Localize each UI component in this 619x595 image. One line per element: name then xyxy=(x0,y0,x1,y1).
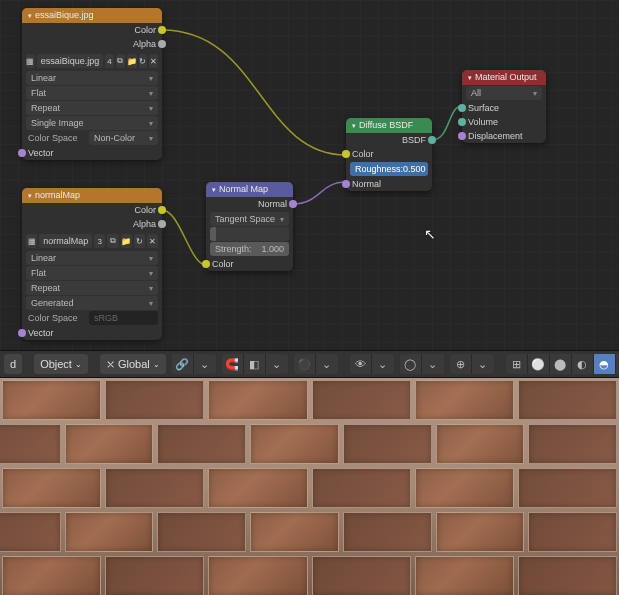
collapse-icon[interactable]: ▾ xyxy=(468,70,472,85)
image-datablock-row: ▦ essaiBique.jpg 4 ⧉ 📁 ↻ ✕ xyxy=(26,53,158,69)
node-header[interactable]: ▾Material Output xyxy=(462,70,546,85)
output-alpha: Alpha xyxy=(22,217,162,231)
target-dropdown[interactable]: All▾ xyxy=(466,86,542,100)
snap-toggle-icon[interactable]: 🧲 xyxy=(222,354,244,374)
overlay-icon[interactable]: ⊕ xyxy=(450,354,472,374)
strength-slider[interactable]: Strength:1.000 xyxy=(210,242,289,256)
fake-user-icon[interactable]: ⧉ xyxy=(107,234,118,248)
overlay-chevron-icon[interactable]: ⌄ xyxy=(472,354,494,374)
image-icon[interactable]: ▦ xyxy=(26,234,37,248)
socket-color-in[interactable] xyxy=(342,150,350,158)
socket-bsdf-out[interactable] xyxy=(428,136,436,144)
socket-displacement-in[interactable] xyxy=(458,132,466,140)
prop-edit-group: ⚫ ⌄ xyxy=(294,354,338,374)
snap-chevron-icon[interactable]: ⌄ xyxy=(266,354,288,374)
pivot-icon[interactable]: 🔗 xyxy=(172,354,194,374)
visibility-group: 👁 ⌄ xyxy=(350,354,394,374)
node-image-texture-1[interactable]: ▾essaiBique.jpg Color Alpha ▦ essaiBique… xyxy=(22,8,162,160)
color-space-label: Color Space xyxy=(26,131,87,145)
node-header[interactable]: ▾Normal Map xyxy=(206,182,293,197)
output-color: Color xyxy=(22,23,162,37)
wireframe-shading-icon[interactable]: ⚪ xyxy=(528,354,550,374)
collapse-icon[interactable]: ▾ xyxy=(212,182,216,197)
color-space-label: Color Space xyxy=(26,311,87,325)
node-image-texture-2[interactable]: ▾normalMap Color Alpha ▦ normalMap 3 ⧉ 📁… xyxy=(22,188,162,340)
matprev-shading-icon[interactable]: ◐ xyxy=(572,354,594,374)
rendered-shading-icon[interactable]: ◓ xyxy=(594,354,616,374)
socket-normal-out[interactable] xyxy=(289,200,297,208)
gizmo-chevron-icon[interactable]: ⌄ xyxy=(422,354,444,374)
source-dropdown[interactable]: Single Image▾ xyxy=(26,116,158,130)
collapse-icon[interactable]: ▾ xyxy=(352,118,356,133)
node-header[interactable]: ▾normalMap xyxy=(22,188,162,203)
input-vector: Vector xyxy=(22,326,162,340)
node-editor-grid[interactable]: ▾essaiBique.jpg Color Alpha ▦ essaiBique… xyxy=(0,0,619,350)
open-image-icon[interactable]: 📁 xyxy=(121,234,132,248)
projection-dropdown[interactable]: Flat▾ xyxy=(26,86,158,100)
reload-icon[interactable]: ↻ xyxy=(139,54,148,68)
color-space-dropdown: sRGB xyxy=(89,311,158,325)
prop-edit-icon[interactable]: ⚫ xyxy=(294,354,316,374)
socket-surface-in[interactable] xyxy=(458,104,466,112)
pivot-chevron-icon[interactable]: ⌄ xyxy=(194,354,216,374)
socket-vector-in[interactable] xyxy=(18,149,26,157)
node-title: Material Output xyxy=(475,70,537,85)
node-normal-map[interactable]: ▾Normal Map Normal Tangent Space▾ Streng… xyxy=(206,182,293,271)
node-title: normalMap xyxy=(35,188,80,203)
socket-color-in[interactable] xyxy=(202,260,210,268)
viewport-3d[interactable] xyxy=(0,378,619,595)
source-dropdown[interactable]: Generated▾ xyxy=(26,296,158,310)
space-dropdown[interactable]: Tangent Space▾ xyxy=(210,212,289,226)
collapse-icon[interactable]: ▾ xyxy=(28,188,32,203)
uvmap-field[interactable] xyxy=(210,227,289,241)
color-space-dropdown[interactable]: Non-Color▾ xyxy=(89,131,158,145)
orientation-dropdown[interactable]: ⤬Global⌄ xyxy=(100,354,166,374)
visibility-icon[interactable]: 👁 xyxy=(350,354,372,374)
reload-icon[interactable]: ↻ xyxy=(134,234,145,248)
gizmo-group: ◯ ⌄ xyxy=(400,354,444,374)
image-name-field[interactable]: normalMap xyxy=(39,234,92,248)
socket-alpha-out[interactable] xyxy=(158,40,166,48)
node-header[interactable]: ▾essaiBique.jpg xyxy=(22,8,162,23)
collapse-icon[interactable]: ▾ xyxy=(28,8,32,23)
node-material-output[interactable]: ▾Material Output All▾ Surface Volume Dis… xyxy=(462,70,546,143)
chevron-down-icon: ⌄ xyxy=(75,360,82,369)
node-diffuse-bsdf[interactable]: ▾Diffuse BSDF BSDF Color Roughness:0.500… xyxy=(346,118,432,191)
image-users[interactable]: 3 xyxy=(94,234,105,248)
extension-dropdown[interactable]: Repeat▾ xyxy=(26,281,158,295)
roughness-slider[interactable]: Roughness:0.500 xyxy=(350,162,428,176)
extension-dropdown[interactable]: Repeat▾ xyxy=(26,101,158,115)
image-users[interactable]: 4 xyxy=(105,54,114,68)
socket-vector-in[interactable] xyxy=(18,329,26,337)
socket-volume-in[interactable] xyxy=(458,118,466,126)
snap-target-icon[interactable]: ◧ xyxy=(244,354,266,374)
node-title: Diffuse BSDF xyxy=(359,118,413,133)
interpolation-dropdown[interactable]: Linear▾ xyxy=(26,251,158,265)
gizmo-icon[interactable]: ◯ xyxy=(400,354,422,374)
output-color: Color xyxy=(22,203,162,217)
output-alpha: Alpha xyxy=(22,37,162,51)
xray-icon[interactable]: ⊞ xyxy=(506,354,528,374)
color-space-row: Color Space sRGB xyxy=(26,311,158,325)
image-icon[interactable]: ▦ xyxy=(26,54,35,68)
fake-user-icon[interactable]: ⧉ xyxy=(116,54,125,68)
socket-alpha-out[interactable] xyxy=(158,220,166,228)
prop-edit-chevron-icon[interactable]: ⌄ xyxy=(316,354,338,374)
socket-normal-in[interactable] xyxy=(342,180,350,188)
output-bsdf: BSDF xyxy=(346,133,432,147)
node-header[interactable]: ▾Diffuse BSDF xyxy=(346,118,432,133)
socket-color-out[interactable] xyxy=(158,26,166,34)
open-image-icon[interactable]: 📁 xyxy=(127,54,137,68)
mode-dropdown[interactable]: Object⌄ xyxy=(34,354,88,374)
solid-shading-icon[interactable]: ⬤ xyxy=(550,354,572,374)
visibility-chevron-icon[interactable]: ⌄ xyxy=(372,354,394,374)
unlink-icon[interactable]: ✕ xyxy=(149,54,158,68)
projection-dropdown[interactable]: Flat▾ xyxy=(26,266,158,280)
unlink-icon[interactable]: ✕ xyxy=(147,234,158,248)
interpolation-dropdown[interactable]: Linear▾ xyxy=(26,71,158,85)
image-name-field[interactable]: essaiBique.jpg xyxy=(37,54,104,68)
socket-color-out[interactable] xyxy=(158,206,166,214)
brick-texture-render xyxy=(0,378,619,595)
input-vector: Vector xyxy=(22,146,162,160)
input-color: Color xyxy=(206,257,293,271)
